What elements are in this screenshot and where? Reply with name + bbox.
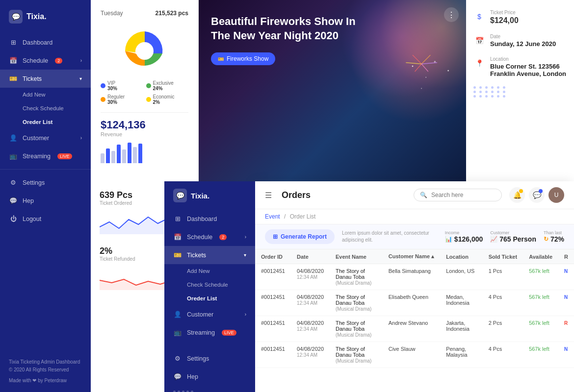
sidebar-item-label: Streaming	[23, 153, 51, 160]
sidebar-item-schedule[interactable]: 📅 Schedule 2 ›	[0, 51, 91, 70]
table-header: Order ID Date Event Name Customer Name ▴…	[255, 249, 574, 264]
logo-icon: 💬	[9, 10, 23, 24]
dollar-icon: $	[473, 11, 485, 23]
bar-chart-icon: 📊	[445, 236, 452, 243]
sidebar2-item-label: Customer	[187, 311, 213, 318]
sidebar-sub-check-schedule[interactable]: Check Schedule	[0, 101, 91, 115]
order-status: N	[558, 264, 574, 290]
sidebar-sub-add-new[interactable]: Add New	[0, 88, 91, 101]
sidebar2-item-customer[interactable]: 👤 Customer ›	[164, 305, 255, 323]
ticket-price-detail: $ Ticket Price $124,00	[473, 10, 567, 25]
generate-icon: ⊞	[273, 233, 278, 240]
chevron2-right2-icon: ›	[245, 312, 246, 317]
search-input[interactable]	[431, 192, 495, 198]
sidebar2-item-tickets[interactable]: 🎫 Tickets ▾	[164, 246, 255, 264]
avatar[interactable]: U	[548, 187, 564, 203]
sidebar-item-dashboard[interactable]: ⊞ Dashboard	[0, 33, 91, 51]
order-event: The Story of Danau Toba(Musical Drama)	[330, 264, 383, 290]
sidebar-item-hep[interactable]: 💬 Hep	[0, 192, 91, 210]
breadcrumb-separator: /	[284, 213, 286, 220]
than-last-stat: Than last ↻ 72%	[544, 230, 564, 243]
svg-point-5	[421, 88, 422, 89]
date-label: Date	[490, 34, 556, 39]
sub-label: Oreder List	[23, 119, 52, 125]
sidebar2-sub-check-schedule[interactable]: Check Schedule	[164, 278, 255, 292]
order-available: 567k left	[523, 342, 558, 368]
sidebar-item-settings[interactable]: ⚙ Settings	[0, 173, 91, 192]
sidebar-item-tickets[interactable]: 🎫 Tickets ▾	[0, 70, 91, 88]
chevron2-down-icon: ▾	[244, 252, 246, 258]
event-card: Beautiful Fireworks Show In The New Year…	[199, 0, 466, 181]
order-available: 567k left	[523, 264, 558, 290]
message-badge	[539, 189, 543, 193]
ticket2-icon: 🎫	[173, 251, 182, 259]
economic-label: Economic 2%	[153, 94, 175, 105]
income-label: Income	[445, 230, 460, 235]
top-section: Tuesday 215,523 pcs VIP	[91, 0, 574, 181]
location-detail: 📍 Location Blue Corner St. 123566 Frankl…	[473, 56, 567, 77]
order-event: The Story of Danau Toba(Musical Drama)	[330, 316, 383, 342]
sidebar-item-label: Hep	[23, 197, 34, 204]
sidebar-item-customer[interactable]: 👤 Customer ›	[0, 129, 91, 147]
sidebar-sub-order-list[interactable]: Oreder List	[0, 115, 91, 129]
legend-exclusive: Exclusive 24%	[146, 80, 189, 91]
event-details-panel: $ Ticket Price $124,00 📅 Date Sunday, 12…	[466, 0, 574, 181]
ticket-price-label: Ticket Price	[490, 10, 519, 15]
col-status: R	[558, 249, 574, 264]
sidebar2-sub-add-new[interactable]: Add New	[164, 264, 255, 278]
customer-value: 📈 765 Person	[490, 235, 536, 243]
revenue-label: Revenue	[101, 131, 188, 137]
donut-chart	[110, 24, 179, 73]
dashboard2-icon: ⊞	[173, 215, 182, 222]
breadcrumb-event[interactable]: Event	[265, 213, 280, 220]
economic-dot	[146, 97, 151, 102]
reguler-label: Reguler 30%	[107, 94, 125, 105]
sidebar-item-label: Dashboard	[23, 39, 52, 46]
order-location: London, US	[440, 264, 483, 290]
schedule2-badge: 2	[219, 234, 227, 240]
sidebar-item-logout[interactable]: ⏻ Logout	[0, 210, 91, 228]
sidebar2: 💬 Tixia. ⊞ Dashboard 📅 Schedule 2 › 🎫 Ti…	[164, 181, 255, 392]
message-button[interactable]: 💬	[529, 187, 545, 203]
col-order-id: Order ID	[255, 249, 291, 264]
search-box[interactable]: 🔍	[414, 189, 502, 201]
sidebar2-item-streaming[interactable]: 📺 Streaming LIVE	[164, 323, 255, 342]
legend-economic: Economic 2%	[146, 94, 189, 105]
sidebar2-item-label: Streaming	[187, 329, 215, 336]
sidebar2-sub-order-list[interactable]: Oreder List	[164, 292, 255, 305]
calendar-detail-icon: 📅	[473, 35, 485, 47]
order-customer: Elisabeth Queen	[383, 290, 440, 316]
sidebar-footer: Tixia Ticketing Admin Dashboard © 2020 A…	[0, 351, 91, 392]
order-date: 04/08/202012:34 AM	[291, 290, 330, 316]
sidebar2-item-schedule[interactable]: 📅 Schedule 2 ›	[164, 228, 255, 246]
legend-reguler: Reguler 30%	[101, 94, 143, 105]
order-available: 567k left	[523, 316, 558, 342]
table-row: #0012451 04/08/202012:34 AM The Story of…	[255, 316, 574, 342]
than-last-label: Than last	[544, 230, 562, 235]
chevron-right-icon: ›	[80, 135, 82, 141]
svg-point-0	[136, 42, 154, 60]
table-row: #0012451 04/08/202012:34 AM The Story of…	[255, 290, 574, 316]
sidebar2-item-hep[interactable]: 💬 Hep	[164, 368, 255, 386]
event-more-button[interactable]: ⋮	[444, 7, 459, 22]
sidebar2-item-dashboard[interactable]: ⊞ Dashboard	[164, 210, 255, 228]
notification-button[interactable]: 🔔	[509, 187, 525, 203]
order-location: Jakarta, Indonesia	[440, 316, 483, 342]
app-name: Tixia.	[26, 12, 47, 21]
person-icon: 👤	[9, 134, 18, 142]
order-sold: 4 Pcs	[483, 342, 523, 368]
table-row: #0012451 04/08/202012:34 AM The Story of…	[255, 264, 574, 290]
generate-report-button[interactable]: ⊞ Generate Report	[265, 229, 335, 244]
than-last-value: ↻ 72%	[544, 235, 564, 243]
order-event: The Story of Danau Toba(Musical Drama)	[330, 342, 383, 368]
person2-icon: 👤	[173, 311, 182, 318]
legend-vip: VIP 30%	[101, 80, 143, 91]
logout-icon: ⏻	[9, 215, 18, 222]
revenue-section: $124,136 Revenue	[101, 112, 188, 163]
orders-table: Order ID Date Event Name Customer Name ▴…	[255, 249, 574, 368]
table-body: #0012451 04/08/202012:34 AM The Story of…	[255, 264, 574, 368]
sidebar2-item-settings[interactable]: ⚙ Settings	[164, 349, 255, 368]
hamburger-icon[interactable]: ☰	[265, 191, 272, 200]
sidebar-item-streaming[interactable]: 📺 Streaming LIVE	[0, 147, 91, 165]
calendar-icon: 📅	[9, 57, 18, 64]
